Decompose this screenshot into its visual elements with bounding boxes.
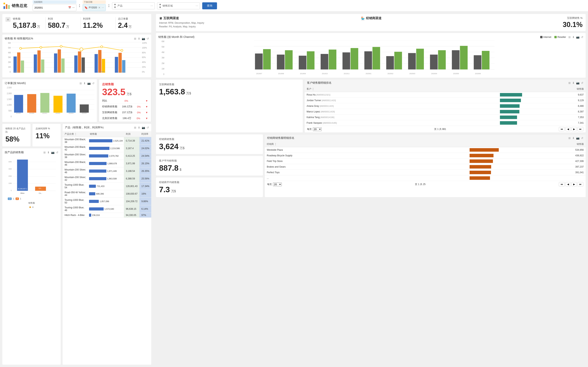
refresh-icon-prod[interactable]: ↺ xyxy=(56,151,58,154)
svg-rect-90 xyxy=(372,47,380,69)
sort-icon-rr[interactable]: ⋮ xyxy=(274,143,277,145)
arrow-down-icon[interactable]: ▼ xyxy=(79,6,80,8)
internet-avg-label: 客户平均销售额 xyxy=(159,159,260,163)
svg-rect-82 xyxy=(285,50,293,69)
per-page-select[interactable]: 2050100 xyxy=(313,127,322,131)
product-arrows[interactable]: ▲ ▼ xyxy=(114,3,116,9)
refresh-icon-cr[interactable]: ↺ xyxy=(581,81,583,84)
total-sales-value: 323.5 xyxy=(102,87,125,97)
reseller-rank-table: 经销商 ⋮ 销售额 Westside Plaza 534,956 Roadway… xyxy=(265,141,586,181)
chart1-header: 销售额 和 销售额同比% ⊞ ⬇ 📷 ↺ xyxy=(5,37,149,40)
refresh-icon-rr[interactable]: ↺ xyxy=(581,136,583,140)
rr-per-page[interactable]: 每页 2050100 xyxy=(267,183,282,186)
filter1-value[interactable] xyxy=(35,6,67,9)
rr-prev-page-btn[interactable]: ◀ xyxy=(565,182,571,186)
download-icon-rr[interactable]: ⬇ xyxy=(572,136,575,140)
filter-icon1[interactable]: ⊞ xyxy=(134,37,136,40)
reseller-kpi-label: 经销商销售额 xyxy=(159,137,260,141)
refresh-icon2[interactable]: ↺ xyxy=(92,82,95,85)
region-arrows[interactable]: ▲ ▼ xyxy=(159,3,161,9)
rr-last-page-btn[interactable]: ⏭ xyxy=(578,182,583,186)
arrow-up4-icon[interactable]: ▲ xyxy=(159,3,161,6)
filter-icon-rr[interactable]: ⊞ xyxy=(568,136,571,140)
svg-rect-48 xyxy=(53,96,62,113)
product-sales-cell: 2,219,586 xyxy=(88,145,124,152)
download-icon1[interactable]: ⬇ xyxy=(138,37,140,40)
download-icon2[interactable]: ⬇ xyxy=(83,82,86,85)
product-sales-card: 按产品的销售额 ⊞ ⬇ 📷 ↺ 40 xyxy=(2,148,61,365)
next-page-btn[interactable]: ▶ xyxy=(571,127,577,131)
arrow-up3-icon[interactable]: ▲ xyxy=(114,3,116,6)
arrow-down3-icon[interactable]: ▼ xyxy=(114,6,116,9)
svg-rect-1 xyxy=(6,4,7,9)
download-icon-sc[interactable]: ⬇ xyxy=(572,35,575,39)
camera-icon1[interactable]: 📷 xyxy=(142,37,145,40)
camera-icon2[interactable]: 📷 xyxy=(87,82,91,85)
filter-icon-sc[interactable]: ⊞ xyxy=(568,35,571,39)
filter-icon-prod[interactable]: ⊞ xyxy=(43,151,46,154)
filter-icon2[interactable]: ⊞ xyxy=(79,82,82,85)
product-sales-cell: 2,079,782 xyxy=(88,152,124,160)
sales-channel-top-right: Internet Reseller ⊞ ⬇ 📷 ↺ xyxy=(540,35,583,39)
product-sales-header: 按产品的销售额 ⊞ ⬇ 📷 ↺ xyxy=(5,151,58,154)
product-rate-cell: 26.35% xyxy=(139,167,151,175)
camera-icon-sc[interactable]: 📷 xyxy=(576,35,579,39)
customer-rank-actions: ⊞ ⬇ 📷 ↺ xyxy=(568,81,583,84)
download-icon-prod[interactable]: ⬇ xyxy=(47,151,50,154)
svg-rect-83 xyxy=(299,56,306,69)
svg-rect-26 xyxy=(118,53,122,73)
reseller-rank-title: 经销商销售额明细排名 xyxy=(267,136,294,140)
svg-rect-86 xyxy=(329,50,336,69)
filter2-tag[interactable]: 🔖 FY2020 ✕ ⋯ xyxy=(83,4,106,11)
period-nav2[interactable]: ▲ ▼ xyxy=(108,4,110,8)
camera-icon-cr[interactable]: 📷 xyxy=(576,81,579,84)
filter2-close-icon[interactable]: ✕ xyxy=(98,6,101,9)
dot-2[interactable] xyxy=(32,206,34,208)
main-content: ∨ 销售额 5,187.8 万 利润 580.7 万 xyxy=(0,12,588,367)
first-page-btn[interactable]: ⏮ xyxy=(559,127,565,131)
query-button[interactable]: 查询 xyxy=(202,2,217,9)
more-icon1[interactable]: ⋯ xyxy=(72,6,75,9)
per-page-control[interactable]: 每页 2050100 xyxy=(307,127,322,131)
reseller-avg-value: 7.3 xyxy=(159,185,170,194)
table-row: Mountain-200 Silver; 46 1,871,449 3,188.… xyxy=(63,167,151,175)
customer-bar-cell xyxy=(498,115,524,120)
product-sales-cell: 1,057,096 xyxy=(88,198,124,205)
prev-page-btn[interactable]: ◀ xyxy=(565,127,571,131)
sort-icon-cr[interactable]: ⋮ xyxy=(312,88,314,90)
sort-icon-product[interactable]: ⋮ xyxy=(75,133,77,135)
svg-text:201907: 201907 xyxy=(16,112,21,114)
arrow-up2-icon[interactable]: ▲ xyxy=(108,4,110,6)
svg-text:202005: 202005 xyxy=(453,73,459,75)
rr-first-page-btn[interactable]: ⏮ xyxy=(559,182,565,186)
camera-icon-rr[interactable]: 📷 xyxy=(576,136,579,140)
download-icon-cr[interactable]: ⬇ xyxy=(572,81,575,84)
refresh-icon-sc[interactable]: ↺ xyxy=(581,35,583,39)
internet-kpi-value: 1,563.8 xyxy=(159,87,185,96)
legend-box-reseller xyxy=(554,36,557,38)
filter4-container[interactable]: ▲ ▼ 销售区域 ⋯ xyxy=(157,2,200,9)
camera-icon-prod[interactable]: 📷 xyxy=(51,151,54,154)
filter1-input[interactable]: 📅 ⋯ xyxy=(33,4,77,11)
period-nav[interactable]: ▲ ▼ xyxy=(79,4,80,8)
dot-1[interactable] xyxy=(29,206,31,208)
svg-rect-13 xyxy=(34,54,37,73)
camera-icon-tbl[interactable]: 📷 xyxy=(142,126,145,129)
arrow-down4-icon[interactable]: ▼ xyxy=(159,6,161,9)
arrow-down2-icon[interactable]: ▼ xyxy=(108,6,110,8)
svg-point-29 xyxy=(40,46,42,48)
refresh-icon-tbl[interactable]: ↺ xyxy=(147,126,149,129)
download-icon-tbl[interactable]: ⬇ xyxy=(138,126,140,129)
filter3-container[interactable]: ▲ ▼ 产品 ⋯ xyxy=(112,2,155,9)
refresh-icon1[interactable]: ↺ xyxy=(147,37,149,40)
rr-per-page-select[interactable]: 2050100 xyxy=(273,183,282,186)
reseller-value-cell: 436,922 xyxy=(501,153,586,158)
last-page-btn[interactable]: ⏭ xyxy=(578,127,583,131)
filter-icon-cr[interactable]: ⊞ xyxy=(568,81,571,84)
collapse-button[interactable]: ∨ xyxy=(5,17,10,22)
svg-text:202003: 202003 xyxy=(99,71,105,73)
rr-next-page-btn[interactable]: ▶ xyxy=(571,182,577,186)
filter-icon-tbl[interactable]: ⊞ xyxy=(134,126,136,129)
ci-tag: CI xyxy=(8,198,12,200)
arrow-up-icon[interactable]: ▲ xyxy=(79,4,80,6)
